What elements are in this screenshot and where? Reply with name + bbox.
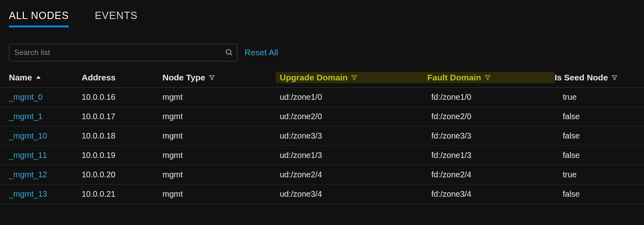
svg-point-0 <box>226 50 231 55</box>
node-upgrade-domain: ud:/zone2/0 <box>280 112 431 121</box>
node-type: mgmt <box>163 151 280 160</box>
table-row: _mgmt_010.0.0.16mgmtud:/zone1/0fd:/zone1… <box>0 88 644 107</box>
nodes-table: Name Address Node Type Upgrade Domain Fa… <box>0 67 644 204</box>
node-name-link[interactable]: _mgmt_12 <box>9 170 82 179</box>
node-name-link[interactable]: _mgmt_13 <box>9 189 82 199</box>
col-header-fault-domain-label: Fault Domain <box>427 73 481 82</box>
node-is-seed: false <box>563 151 635 160</box>
node-type: mgmt <box>163 93 280 102</box>
node-upgrade-domain: ud:/zone3/3 <box>280 131 431 141</box>
search-icon <box>225 48 233 57</box>
col-header-node-type[interactable]: Node Type <box>163 72 280 83</box>
reset-all-link[interactable]: Reset All <box>245 48 278 57</box>
search-wrap <box>9 44 237 61</box>
node-is-seed: true <box>563 170 635 179</box>
node-type: mgmt <box>163 189 280 199</box>
node-fault-domain: fd:/zone1/0 <box>431 93 563 102</box>
node-type: mgmt <box>163 131 280 141</box>
col-header-address-label: Address <box>82 73 116 82</box>
sort-asc-icon <box>35 74 42 81</box>
tab-events[interactable]: EVENTS <box>95 10 137 27</box>
node-address: 10.0.0.17 <box>82 112 163 121</box>
node-fault-domain: fd:/zone3/4 <box>431 189 563 199</box>
node-fault-domain: fd:/zone2/0 <box>431 112 563 121</box>
node-name-link[interactable]: _mgmt_11 <box>9 151 82 160</box>
col-header-name[interactable]: Name <box>9 72 82 83</box>
node-address: 10.0.0.19 <box>82 151 163 160</box>
svg-line-1 <box>230 54 232 55</box>
filter-icon[interactable] <box>611 74 618 81</box>
node-upgrade-domain: ud:/zone1/0 <box>280 93 431 102</box>
node-address: 10.0.0.21 <box>82 189 163 199</box>
node-is-seed: false <box>563 112 635 121</box>
node-name-link[interactable]: _mgmt_1 <box>9 112 82 121</box>
col-header-upgrade-domain-label: Upgrade Domain <box>280 73 348 82</box>
col-header-is-seed-label: Is Seed Node <box>555 73 608 82</box>
table-body: _mgmt_010.0.0.16mgmtud:/zone1/0fd:/zone1… <box>0 88 644 204</box>
table-header-row: Name Address Node Type Upgrade Domain Fa… <box>0 67 644 88</box>
node-fault-domain: fd:/zone3/3 <box>431 131 563 141</box>
col-header-is-seed[interactable]: Is Seed Node <box>555 72 635 83</box>
search-input[interactable] <box>9 44 237 61</box>
col-header-fault-domain[interactable]: Fault Domain <box>423 72 555 83</box>
node-fault-domain: fd:/zone1/3 <box>431 151 563 160</box>
node-address: 10.0.0.18 <box>82 131 163 141</box>
node-address: 10.0.0.20 <box>82 170 163 179</box>
node-address: 10.0.0.16 <box>82 93 163 102</box>
node-upgrade-domain: ud:/zone3/4 <box>280 189 431 199</box>
filter-icon[interactable] <box>484 74 491 81</box>
node-is-seed: false <box>563 189 635 199</box>
col-header-node-type-label: Node Type <box>163 73 205 82</box>
filter-icon[interactable] <box>351 74 357 81</box>
node-type: mgmt <box>163 112 280 121</box>
tab-bar: ALL NODES EVENTS <box>0 0 644 27</box>
table-row: _mgmt_1010.0.0.18mgmtud:/zone3/3fd:/zone… <box>0 126 644 146</box>
table-row: _mgmt_110.0.0.17mgmtud:/zone2/0fd:/zone2… <box>0 107 644 126</box>
table-row: _mgmt_1210.0.0.20mgmtud:/zone2/4fd:/zone… <box>0 165 644 185</box>
tab-all-nodes[interactable]: ALL NODES <box>9 10 69 27</box>
filter-icon[interactable] <box>209 74 215 81</box>
toolbar: Reset All <box>0 27 644 67</box>
node-is-seed: true <box>563 93 635 102</box>
col-header-name-label: Name <box>9 73 32 82</box>
node-type: mgmt <box>163 170 280 179</box>
node-upgrade-domain: ud:/zone2/4 <box>280 170 431 179</box>
node-fault-domain: fd:/zone2/4 <box>431 170 563 179</box>
node-name-link[interactable]: _mgmt_10 <box>9 131 82 141</box>
table-row: _mgmt_1310.0.0.21mgmtud:/zone3/4fd:/zone… <box>0 185 644 204</box>
node-is-seed: false <box>563 131 635 141</box>
node-name-link[interactable]: _mgmt_0 <box>9 93 82 102</box>
col-header-address[interactable]: Address <box>82 72 163 83</box>
table-row: _mgmt_1110.0.0.19mgmtud:/zone1/3fd:/zone… <box>0 146 644 165</box>
node-upgrade-domain: ud:/zone1/3 <box>280 151 431 160</box>
col-header-upgrade-domain[interactable]: Upgrade Domain <box>276 72 427 83</box>
